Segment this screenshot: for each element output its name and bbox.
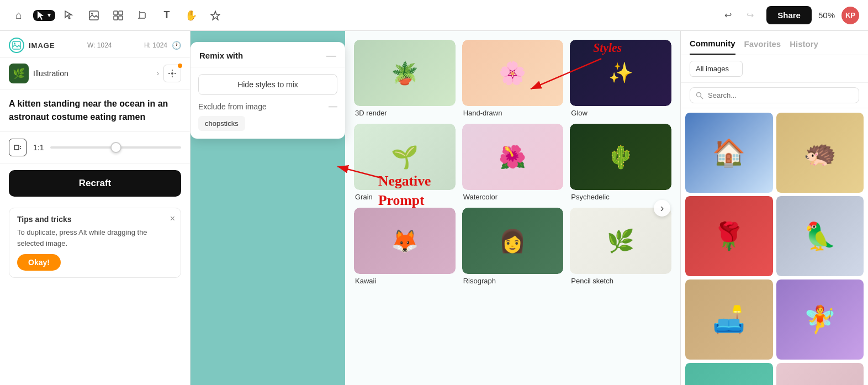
share-button[interactable]: Share: [766, 6, 812, 24]
crop-button[interactable]: [133, 6, 152, 25]
style-card-label: Kawaii: [354, 277, 456, 285]
clock-icon: 🕐: [172, 41, 181, 50]
style-card-glow[interactable]: ✨ Glow: [570, 40, 671, 117]
group-button[interactable]: [108, 6, 128, 25]
svg-marker-0: [38, 11, 44, 20]
right-image-item[interactable]: 🥤: [685, 363, 773, 385]
style-card-label: Glow: [570, 109, 671, 117]
styles-chevron-button[interactable]: ›: [654, 200, 670, 217]
home-button[interactable]: ⌂: [9, 6, 29, 25]
styles-panel[interactable]: 🪴 3D render 🌸 Hand-drawn ✨ Glow 🌱 Grain …: [345, 31, 680, 385]
style-card-risograph[interactable]: 👩 Risograph: [462, 208, 564, 285]
style-thumbnail: 🌿: [9, 64, 29, 83]
remix-close-button[interactable]: —: [326, 50, 336, 61]
settings-dot: [178, 64, 182, 68]
avatar: KP: [841, 7, 859, 24]
hand-button[interactable]: ✋: [181, 6, 201, 25]
styles-grid: 🪴 3D render 🌸 Hand-drawn ✨ Glow 🌱 Grain …: [354, 40, 671, 285]
right-image-item[interactable]: 🧚: [776, 279, 864, 360]
slider-thumb: [110, 142, 121, 153]
ai-button[interactable]: [205, 6, 225, 25]
right-image-item[interactable]: 🛋️: [685, 279, 773, 360]
aspect-ratio-button[interactable]: [9, 139, 27, 156]
prompt-text: A kitten standing near the ocean in an a…: [0, 89, 190, 132]
tips-box: × Tips and tricks To duplicate, press Al…: [9, 208, 181, 278]
main-content: IMAGE W: 1024 H: 1024 🕐 🌿 Illustration ›…: [0, 31, 868, 385]
quality-slider[interactable]: [50, 146, 181, 149]
style-card-label: 3D render: [354, 109, 456, 117]
redo-button[interactable]: ↪: [740, 6, 760, 25]
right-panel-tabs: Community Favorites History: [681, 31, 868, 55]
right-image-item[interactable]: 🌸: [776, 363, 864, 385]
tab-history[interactable]: History: [790, 39, 818, 54]
style-card-image: 🌸: [462, 40, 564, 106]
search-input[interactable]: [708, 91, 853, 99]
recraft-button[interactable]: Recraft: [9, 170, 181, 197]
style-card-label: Grain: [354, 193, 456, 201]
svg-rect-4: [114, 11, 118, 15]
exclude-minus-button[interactable]: —: [329, 102, 337, 112]
style-card-3d-render[interactable]: 🪴 3D render: [354, 40, 456, 117]
svg-rect-5: [119, 11, 123, 15]
svg-rect-20: [14, 145, 19, 150]
filter-select[interactable]: All images: [690, 61, 743, 77]
style-chevron-icon: ›: [157, 70, 159, 77]
hide-styles-button[interactable]: Hide styles to mix: [198, 74, 337, 95]
tab-community[interactable]: Community: [690, 39, 735, 55]
tips-text: To duplicate, press Alt while dragging t…: [17, 227, 173, 249]
tips-close-button[interactable]: ×: [170, 214, 175, 224]
style-settings-button[interactable]: [163, 65, 181, 82]
style-card-image: 🌵: [570, 124, 671, 190]
toolbar-right: ↩ ↪ Share 50% KP: [718, 6, 859, 25]
search-row: [681, 83, 868, 108]
svg-rect-2: [89, 11, 98, 20]
style-card-image: 🌱: [354, 124, 456, 190]
negative-prompt-tag: chopsticks: [198, 116, 245, 131]
cursor-tool-group[interactable]: ▾: [33, 10, 55, 21]
exclude-header: Exclude from image —: [198, 102, 337, 112]
style-card-image: 👩: [462, 208, 564, 274]
right-image-item[interactable]: 🦔: [776, 113, 864, 193]
right-image-item[interactable]: 🏠: [685, 113, 773, 193]
style-card-pencil-sketch[interactable]: 🌿 Pencil sketch: [570, 208, 671, 285]
style-card-label: Risograph: [462, 277, 564, 285]
remix-header: Remix with —: [190, 42, 345, 67]
style-card-grain[interactable]: 🌱 Grain: [354, 124, 456, 201]
search-icon: [696, 92, 703, 99]
tab-favorites[interactable]: Favorites: [744, 39, 781, 54]
filter-row: All images: [681, 55, 868, 83]
image-insert-button[interactable]: [84, 6, 104, 25]
style-card-label: Psychedelic: [570, 193, 671, 201]
style-name-label: Illustration: [33, 69, 152, 78]
svg-point-15: [171, 72, 173, 75]
cursor-icon: ▾: [38, 11, 51, 20]
text-button[interactable]: T: [157, 6, 177, 25]
svg-marker-1: [65, 11, 72, 19]
undo-button[interactable]: ↩: [718, 6, 738, 25]
left-panel: IMAGE W: 1024 H: 1024 🕐 🌿 Illustration ›…: [0, 31, 190, 385]
right-image-item[interactable]: 🌹: [685, 196, 773, 276]
style-card-image: ✨: [570, 40, 671, 106]
style-card-watercolor[interactable]: 🌺 Watercolor: [462, 124, 564, 201]
style-card-kawaii[interactable]: 🦊 Kawaii: [354, 208, 456, 285]
style-selector[interactable]: 🌿 Illustration ›: [0, 58, 190, 89]
okay-button[interactable]: Okay!: [17, 254, 61, 271]
right-panel: Community Favorites History All images 🏠…: [680, 31, 868, 385]
right-images: 🏠🦔🌹🦜🛋️🧚🥤🌸: [681, 108, 868, 385]
aspect-ratio-label: 1:1: [33, 143, 44, 152]
style-card-image: 🌿: [570, 208, 671, 274]
style-card-hand-drawn[interactable]: 🌸 Hand-drawn: [462, 40, 564, 117]
height-label: H: 1024: [144, 41, 167, 49]
canvas-area[interactable]: Remix with — Hide styles to mix Exclude …: [190, 31, 680, 385]
right-image-item[interactable]: 🦜: [776, 196, 864, 276]
svg-point-3: [91, 13, 93, 14]
remix-panel: Remix with — Hide styles to mix Exclude …: [190, 42, 345, 139]
style-card-psychedelic[interactable]: 🌵 Psychedelic: [570, 124, 671, 201]
style-card-image: 🪴: [354, 40, 456, 106]
image-header: IMAGE W: 1024 H: 1024 🕐: [0, 31, 190, 58]
exclude-section: Exclude from image — chopsticks: [190, 102, 345, 139]
style-card-image: 🌺: [462, 124, 564, 190]
style-card-label: Hand-drawn: [462, 109, 564, 117]
select-tool-button[interactable]: [60, 6, 80, 25]
svg-marker-12: [211, 11, 220, 20]
